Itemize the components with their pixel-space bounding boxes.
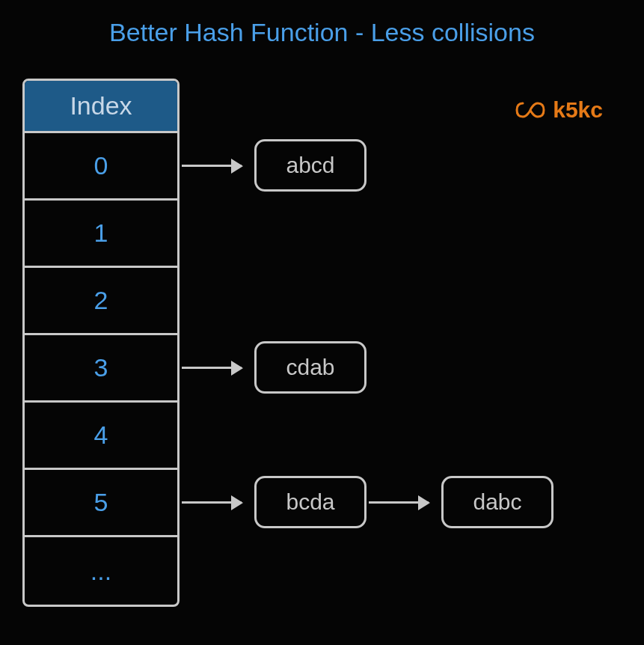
diagram-title: Better Hash Function - Less collisions — [0, 18, 644, 47]
arrow-icon — [182, 501, 242, 504]
arrow-icon — [182, 367, 242, 369]
index-cell-ellipsis: ... — [25, 537, 177, 605]
index-cell-1: 1 — [25, 201, 177, 268]
brand-logo: k5kc — [515, 97, 603, 123]
bucket-node: abcd — [254, 139, 367, 192]
brand-text: k5kc — [553, 97, 603, 123]
infinity-icon — [515, 100, 545, 120]
index-cell-4: 4 — [25, 403, 177, 470]
bucket-node: bcda — [254, 476, 367, 528]
index-cell-0: 0 — [25, 133, 177, 201]
index-cell-2: 2 — [25, 268, 177, 335]
table-header: Index — [25, 81, 177, 133]
index-cell-5: 5 — [25, 470, 177, 537]
hash-index-table: Index 0 1 2 3 4 5 ... — [22, 79, 180, 607]
index-cell-3: 3 — [25, 335, 177, 403]
arrow-icon — [369, 501, 429, 504]
arrow-icon — [182, 165, 242, 167]
bucket-node: cdab — [254, 341, 367, 394]
bucket-node: dabc — [441, 476, 553, 528]
